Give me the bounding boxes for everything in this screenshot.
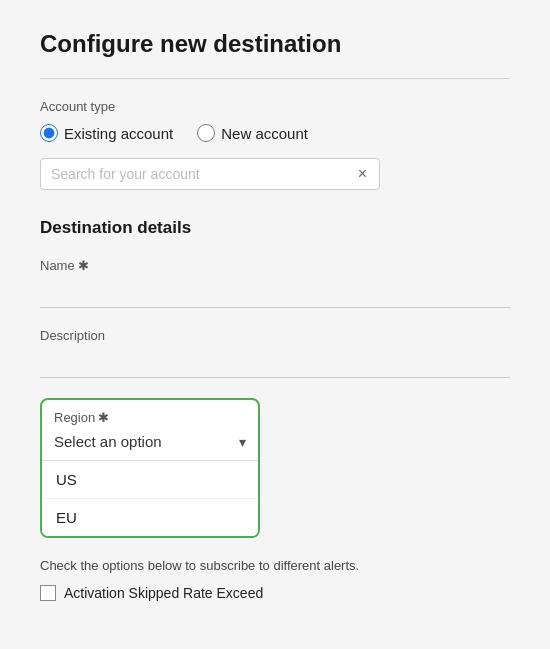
region-dropdown-list: US EU (42, 460, 258, 536)
name-field-group: Name ✱ (40, 258, 510, 308)
region-label: Region (54, 410, 95, 425)
alerts-section: Check the options below to subscribe to … (40, 558, 510, 601)
account-type-section: Account type Existing account New accoun… (40, 99, 510, 190)
section-divider (40, 78, 510, 79)
chevron-down-icon: ▾ (239, 434, 246, 450)
region-required-star: ✱ (98, 410, 109, 425)
new-account-radio-label[interactable]: New account (197, 124, 308, 142)
account-type-radio-group: Existing account New account (40, 124, 510, 142)
region-option-us[interactable]: US (42, 461, 258, 499)
region-select-header[interactable]: Select an option ▾ (42, 429, 258, 460)
existing-account-radio-label[interactable]: Existing account (40, 124, 173, 142)
page-container: Configure new destination Account type E… (0, 0, 550, 649)
destination-details-title: Destination details (40, 218, 510, 238)
account-type-label: Account type (40, 99, 510, 114)
region-label-row: Region ✱ (42, 400, 258, 429)
account-search-input[interactable] (51, 166, 356, 182)
new-account-radio[interactable] (197, 124, 215, 142)
description-input[interactable] (40, 349, 510, 378)
region-dropdown-wrapper: Region ✱ Select an option ▾ US EU (40, 398, 260, 538)
name-label: Name ✱ (40, 258, 510, 273)
activation-skipped-row: Activation Skipped Rate Exceed (40, 585, 510, 601)
account-search-wrapper: × (40, 158, 380, 190)
alerts-description: Check the options below to subscribe to … (40, 558, 510, 573)
activation-skipped-checkbox[interactable] (40, 585, 56, 601)
name-input[interactable] (40, 279, 510, 308)
description-label: Description (40, 328, 510, 343)
region-field-group: Region ✱ Select an option ▾ US EU (40, 398, 510, 538)
region-option-eu[interactable]: EU (42, 499, 258, 536)
region-select-text: Select an option (54, 433, 162, 450)
clear-button[interactable]: × (356, 165, 369, 183)
new-account-label: New account (221, 125, 308, 142)
activation-skipped-label: Activation Skipped Rate Exceed (64, 585, 263, 601)
existing-account-label: Existing account (64, 125, 173, 142)
destination-details-section: Destination details Name ✱ Description R… (40, 218, 510, 601)
page-title: Configure new destination (40, 30, 510, 58)
existing-account-radio[interactable] (40, 124, 58, 142)
name-required-star: ✱ (78, 258, 89, 273)
description-field-group: Description (40, 328, 510, 378)
